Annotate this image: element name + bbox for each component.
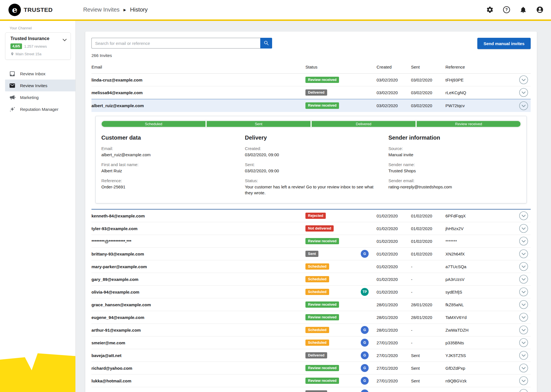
svg-text:?: ? — [505, 7, 508, 12]
table-row[interactable]: eugene_94@example.com Review received 28… — [91, 311, 531, 324]
sidebar-item-review-inbox[interactable]: Review Inbox — [5, 68, 75, 80]
expand-row-button[interactable] — [519, 224, 528, 233]
expand-row-button[interactable] — [519, 338, 528, 347]
sender-information-section: Sender information Source:Manual inviteS… — [388, 128, 521, 200]
row-sent-date: 28/01/2020 — [411, 302, 445, 307]
help-icon[interactable]: ? — [503, 6, 510, 14]
table-row[interactable]: tyler-93@example.com Not delivered 01/02… — [91, 222, 531, 235]
expand-row-button[interactable] — [519, 300, 528, 309]
sidebar-item-marketing[interactable]: Marketing — [5, 91, 75, 103]
table-row[interactable]: grace_hansen@example.com Review received… — [91, 298, 531, 311]
expand-row-button[interactable] — [519, 325, 528, 335]
field-value: Albert Ruiz — [101, 168, 236, 174]
table-row[interactable]: linda-cruz@example.com Review received 0… — [91, 74, 531, 86]
detail-field: First and last name:Albert Ruiz — [101, 162, 236, 174]
send-manual-invites-button[interactable]: Send manual invites — [477, 38, 531, 49]
table-row[interactable]: gary_89@example.com Scheduled 01/02/2020… — [91, 273, 531, 286]
sidebar-item-reputation-manager[interactable]: Reputation Manager — [5, 103, 75, 115]
sidebar-item-review-invites[interactable]: Review Invites — [5, 80, 75, 91]
column-header-sent[interactable]: Sent — [411, 65, 445, 69]
row-email: richard@yahoo.com — [91, 366, 305, 371]
search-button[interactable] — [260, 38, 272, 49]
table-row[interactable]: ehood@comcast.net Delivered G 27/01/2020… — [91, 387, 531, 392]
table-row[interactable]: arthur-91@example.com Scheduled G 28/01/… — [91, 324, 531, 336]
search-input[interactable] — [91, 38, 260, 49]
column-header-status[interactable]: Status — [305, 65, 361, 69]
row-created-date: 27/01/2020 — [377, 340, 411, 345]
expanded-row-group: albert_ruiz@example.com Review received … — [91, 99, 531, 210]
chevron-down-circle-icon — [519, 389, 528, 392]
expand-row-button[interactable] — [519, 274, 528, 284]
field-value: Your customer has left a review! Go to y… — [245, 184, 380, 196]
megaphone-icon — [9, 94, 16, 101]
invite-progress-bar: ScheduledSentDeliveredReview received — [101, 120, 521, 128]
section-title-sender: Sender information — [388, 135, 521, 141]
expand-row-button[interactable] — [519, 236, 528, 246]
channel-selector[interactable]: Trusted Insurance 4,6/5 1.257 reviews Ma… — [5, 32, 71, 60]
row-email: baveja@att.net — [91, 353, 305, 358]
table-row[interactable]: brittany-93@example.com Sent G 01/02/202… — [91, 248, 531, 260]
table-row[interactable]: baveja@att.net Delivered G 27/01/2020 Se… — [91, 349, 531, 362]
field-value: Manual invite — [388, 152, 521, 158]
table-row[interactable]: richard@yahoo.com Review received G 27/0… — [91, 362, 531, 375]
sync-source-badge: TP — [361, 288, 369, 296]
expand-row-button[interactable] — [519, 88, 528, 97]
section-title-delivery: Delivery — [245, 135, 380, 141]
expand-row-button[interactable] — [519, 211, 528, 221]
expand-row-button[interactable] — [519, 376, 528, 386]
channel-name: Trusted Insurance — [10, 36, 67, 41]
expand-row-button[interactable] — [519, 75, 528, 85]
sidebar-item-label: Reputation Manager — [20, 107, 58, 112]
expand-row-button[interactable] — [519, 312, 528, 322]
status-badge: Sent — [305, 251, 318, 257]
settings-gear-icon[interactable] — [486, 6, 494, 14]
expand-row-button[interactable] — [519, 262, 528, 271]
detail-field: Email:albert_ruiz@example.com — [101, 146, 236, 158]
row-sent-date: - — [411, 290, 445, 294]
row-reference: 6PFdFqqX — [445, 213, 515, 218]
table-row[interactable]: melissa94@example.com Delivered 03/02/20… — [91, 86, 531, 99]
row-reference: pA3rUzsV — [445, 277, 515, 282]
table-row[interactable]: mary-parker@example.com Scheduled 01/02/… — [91, 260, 531, 273]
toolbar: Send manual invites — [91, 38, 531, 49]
row-sent-date: 01/02/2020 — [411, 213, 445, 218]
account-icon[interactable] — [536, 6, 544, 14]
logo-e-icon: e — [8, 4, 21, 16]
row-created-date: 27/01/2020 — [377, 378, 411, 383]
expand-row-button[interactable] — [519, 101, 528, 111]
progress-step: Sent — [207, 121, 311, 127]
column-header-created[interactable]: Created — [377, 65, 411, 69]
table-row[interactable]: smeier@me.com Scheduled G 27/01/2020 - p… — [91, 336, 531, 349]
expand-row-button[interactable] — [519, 287, 528, 297]
status-badge: Delivered — [305, 390, 327, 392]
row-created-date: 28/01/2020 — [377, 302, 411, 307]
expand-row-button[interactable] — [519, 389, 528, 392]
table-row[interactable]: kenneth-84@example.com Rejected 01/02/20… — [91, 210, 531, 222]
chevron-down-circle-icon — [519, 88, 528, 97]
expand-row-button[interactable] — [519, 249, 528, 259]
row-created-date: 03/02/2020 — [377, 78, 411, 82]
column-header-reference[interactable]: Reference — [445, 65, 515, 69]
expand-row-button[interactable] — [519, 363, 528, 373]
sync-source-badge: G — [361, 339, 369, 347]
field-value: 03/02/2020, 09:00 — [245, 168, 380, 174]
expand-row-button[interactable] — [519, 351, 528, 360]
breadcrumb: Review Invites ▶ History — [83, 6, 148, 13]
row-email: smeier@me.com — [91, 340, 305, 345]
row-created-date: 01/02/2020 — [377, 213, 411, 218]
table-row[interactable]: albert_ruiz@example.com Review received … — [91, 99, 531, 112]
breadcrumb-section[interactable]: Review Invites — [83, 6, 120, 13]
trusted-shops-logo[interactable]: e TRUSTED — [8, 4, 53, 16]
row-reference: a7TUcSQa — [445, 264, 515, 269]
table-row[interactable]: olivia-94@example.com Scheduled TP 01/02… — [91, 286, 531, 298]
delivery-section: Delivery Created:03/02/2020, 09:00Sent:0… — [245, 128, 380, 200]
mail-icon — [9, 82, 16, 89]
column-header-email[interactable]: Email — [91, 65, 305, 69]
table-row[interactable]: ********@**********.*** Review received … — [91, 235, 531, 248]
row-reference: n9QBGVzk — [445, 378, 515, 383]
notifications-bell-icon[interactable] — [519, 6, 527, 14]
field-value: rating-noreply@trustedshops.com — [388, 184, 521, 190]
status-badge: Delivered — [305, 352, 327, 359]
table-row[interactable]: lukka@hotmail.com Review received G 27/0… — [91, 375, 531, 387]
status-badge: Scheduled — [305, 327, 329, 333]
